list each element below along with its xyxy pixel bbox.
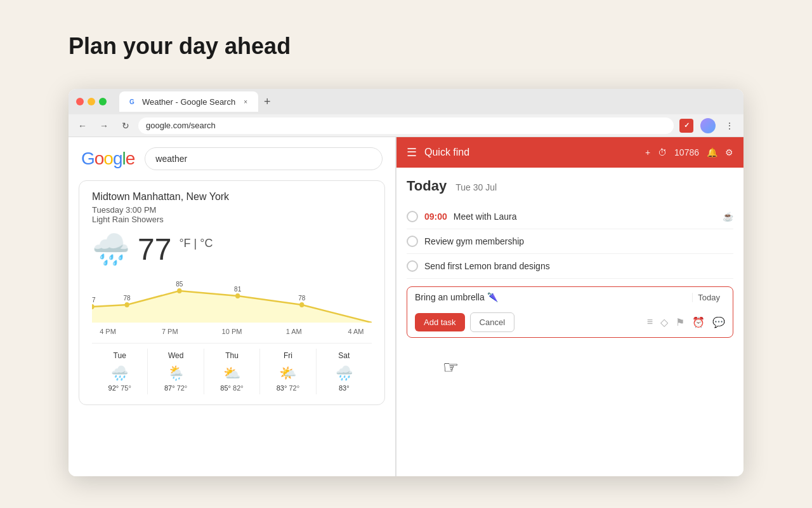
add-task-button[interactable]: + <box>645 147 650 157</box>
karma-count: 10786 <box>674 147 699 157</box>
weather-unit: °F | °C <box>179 237 213 250</box>
task-checkbox-2[interactable] <box>407 236 418 247</box>
todoist-panel: ☰ Quick find + ⏱ 10786 🔔 ⚙ Today Tue 30 … <box>395 137 743 476</box>
add-task-button[interactable]: Add task <box>415 313 465 331</box>
weather-chart: 77 78 85 81 78 4 PM 7 PM 10 PM 1 AM 4 AM <box>92 272 372 338</box>
browser-window: G Weather - Google Search × + ← → ↻ ✓ ⋮ <box>69 89 743 476</box>
task-text-2: Review gym membership <box>424 236 733 246</box>
forecast-wed: Wed 🌦️ 87° 72° <box>148 349 204 394</box>
weather-icon: 🌧️ <box>92 234 130 265</box>
hamburger-icon[interactable]: ☰ <box>407 145 417 159</box>
browser-content: Google Midtown Manhattan, New York Tuesd… <box>69 137 743 476</box>
cancel-button[interactable]: Cancel <box>470 312 514 332</box>
weather-main: 🌧️ 77 °F | °C <box>92 232 372 267</box>
today-heading: Today Tue 30 Jul <box>407 178 733 194</box>
tab-close-button[interactable]: × <box>240 97 251 107</box>
weekly-forecast: Tue 🌧️ 92° 75° Wed 🌦️ 87° 72° Thu ⛅ 85° … <box>92 343 372 394</box>
svg-text:78: 78 <box>124 294 131 302</box>
weather-condition: Light Rain Showers <box>92 215 372 224</box>
new-tab-button[interactable]: + <box>258 93 276 110</box>
task-lemon: Send first Lemon brand designs <box>407 254 733 279</box>
task-checkbox-1[interactable] <box>407 211 418 222</box>
task-list-area: Today Tue 30 Jul 09:00 Meet with Laura ☕… <box>396 168 743 476</box>
tab-favicon: G <box>127 97 137 107</box>
weather-temperature: 77 <box>138 232 171 267</box>
task-tool-icons: ≡ ◇ ⚑ ⏰ 💬 <box>647 316 725 328</box>
svg-text:85: 85 <box>176 280 183 288</box>
todoist-ext-icon: ✓ <box>679 119 693 133</box>
add-task-date[interactable]: Today <box>692 293 725 302</box>
tab-label: Weather - Google Search <box>142 97 235 107</box>
time-label-4: 1 AM <box>278 328 310 335</box>
maximize-button[interactable] <box>99 98 107 105</box>
notifications-button[interactable]: 🔔 <box>707 147 717 157</box>
flag-icon[interactable]: ⚑ <box>676 316 684 328</box>
add-task-actions: Add task Cancel ≡ ◇ ⚑ ⏰ 💬 <box>407 307 733 337</box>
weather-date: Tuesday 3:00 PM <box>92 205 372 215</box>
svg-text:78: 78 <box>298 294 305 302</box>
avatar-icon <box>700 118 716 133</box>
todoist-header-icons: + ⏱ 10786 🔔 ⚙ <box>645 147 733 157</box>
task-meet-laura: 09:00 Meet with Laura ☕ <box>407 204 733 229</box>
google-header: Google <box>69 137 395 180</box>
logo-e: e <box>126 149 135 168</box>
address-input[interactable] <box>138 117 674 134</box>
google-logo: Google <box>81 149 134 169</box>
forecast-fri: Fri 🌤️ 83° 72° <box>260 349 316 394</box>
karma-icon: ⏱ <box>658 147 667 157</box>
reminder-icon[interactable]: ⏰ <box>692 316 705 328</box>
traffic-lights <box>76 98 107 105</box>
task-gym: Review gym membership <box>407 229 733 254</box>
time-label-1: 4 PM <box>92 328 124 335</box>
profile-avatar-button[interactable] <box>699 117 717 135</box>
task-checkbox-3[interactable] <box>407 260 418 272</box>
todoist-header: ☰ Quick find + ⏱ 10786 🔔 ⚙ <box>396 137 743 168</box>
logo-o1: o <box>95 149 104 168</box>
google-search-input[interactable] <box>145 147 383 170</box>
today-label: Today <box>407 178 447 194</box>
browser-extension-icons: ✓ ⋮ <box>678 117 738 135</box>
settings-button[interactable]: ⚙ <box>725 147 733 157</box>
svg-point-4 <box>124 302 129 307</box>
time-label-2: 7 PM <box>154 328 186 335</box>
address-bar-row: ← → ↻ ✓ ⋮ <box>69 114 743 137</box>
logo-g: G <box>81 149 95 168</box>
weather-card: Midtown Manhattan, New York Tuesday 3:00… <box>79 180 385 405</box>
close-button[interactable] <box>76 98 84 105</box>
refresh-button[interactable]: ↻ <box>117 117 134 135</box>
weather-location: Midtown Manhattan, New York <box>92 191 372 203</box>
page-title: Plan your day ahead <box>69 33 291 60</box>
add-task-form: Today Add task Cancel ≡ ◇ ⚑ ⏰ 💬 <box>407 286 733 338</box>
forecast-thu: Thu ⛅ 85° 82° <box>204 349 260 394</box>
task-text-3: Send first Lemon brand designs <box>424 261 733 271</box>
more-options-button[interactable]: ⋮ <box>721 117 738 135</box>
active-tab[interactable]: G Weather - Google Search × <box>119 91 258 112</box>
time-label-3: 10 PM <box>216 328 248 335</box>
comment-icon[interactable]: 💬 <box>712 316 725 328</box>
time-labels: 4 PM 7 PM 10 PM 1 AM 4 AM <box>92 325 372 338</box>
time-label-5: 4 AM <box>340 328 372 335</box>
tab-bar: G Weather - Google Search × + <box>69 89 743 114</box>
add-task-input[interactable] <box>415 292 692 302</box>
svg-text:81: 81 <box>234 285 241 293</box>
svg-text:G: G <box>129 98 134 105</box>
task-emoji-1: ☕ <box>723 211 733 222</box>
back-button[interactable]: ← <box>74 117 91 135</box>
todoist-extension-button[interactable]: ✓ <box>678 117 695 135</box>
add-task-input-row: Today <box>407 287 733 307</box>
svg-point-6 <box>235 293 240 298</box>
task-time-1: 09:00 <box>424 211 447 222</box>
minimize-button[interactable] <box>88 98 95 105</box>
forward-button[interactable]: → <box>95 117 113 135</box>
browser-tab-bar: G Weather - Google Search × + <box>119 91 736 112</box>
svg-text:77: 77 <box>92 296 96 304</box>
logo-g2: g <box>113 149 122 168</box>
list-icon[interactable]: ≡ <box>647 316 653 328</box>
svg-point-5 <box>177 288 181 293</box>
logo-o2: o <box>103 149 113 168</box>
task-text-1: Meet with Laura <box>454 211 716 222</box>
label-icon[interactable]: ◇ <box>660 316 668 328</box>
today-date: Tue 30 Jul <box>455 182 497 192</box>
forecast-sat: Sat 🌧️ 83° <box>317 349 372 394</box>
svg-point-7 <box>299 302 304 307</box>
